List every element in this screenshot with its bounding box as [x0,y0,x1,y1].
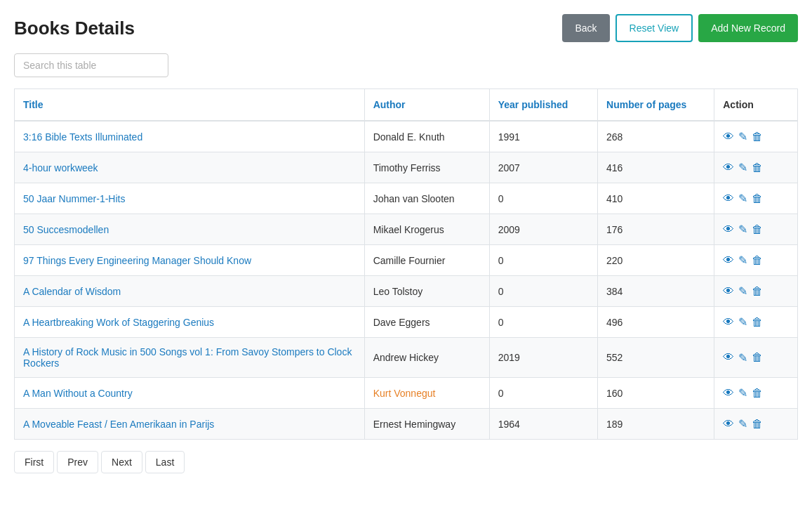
edit-icon[interactable]: ✎ [738,351,747,365]
action-icons: 👁✎🗑 [723,161,789,174]
cell-action: 👁✎🗑 [714,276,798,307]
title-link[interactable]: 97 Things Every Engineering Manager Shou… [23,255,251,266]
view-icon[interactable]: 👁 [723,131,734,143]
cell-year: 2009 [489,214,597,245]
view-icon[interactable]: 👁 [723,418,734,431]
view-icon[interactable]: 👁 [723,223,734,236]
cell-pages: 176 [598,214,714,245]
search-input[interactable] [14,53,168,77]
cell-year: 0 [489,378,597,409]
delete-icon[interactable]: 🗑 [752,223,763,236]
table-row: A History of Rock Music in 500 Songs vol… [15,338,798,378]
cell-pages: 416 [598,152,714,183]
title-link[interactable]: 50 Succesmodellen [23,224,109,235]
delete-icon[interactable]: 🗑 [752,316,763,329]
delete-icon[interactable]: 🗑 [752,387,763,400]
cell-author: Dave Eggers [364,307,489,338]
view-icon[interactable]: 👁 [723,254,734,267]
title-link[interactable]: 50 Jaar Nummer-1-Hits [23,193,125,204]
action-icons: 👁✎🗑 [723,417,789,431]
cell-pages: 189 [598,409,714,440]
cell-author: Timothy Ferriss [364,152,489,183]
action-icons: 👁✎🗑 [723,351,789,365]
cell-title: A Calendar of Wisdom [15,276,365,307]
cell-action: 👁✎🗑 [714,152,798,183]
delete-icon[interactable]: 🗑 [752,192,763,205]
action-icons: 👁✎🗑 [723,254,789,267]
cell-author: Mikael Krogerus [364,214,489,245]
cell-year: 2007 [489,152,597,183]
cell-title: 50 Jaar Nummer-1-Hits [15,183,365,214]
edit-icon[interactable]: ✎ [738,386,747,400]
column-header-pages: Number of pages [598,89,714,122]
title-link[interactable]: A Man Without a Country [23,388,133,399]
action-icons: 👁✎🗑 [723,192,789,205]
view-icon[interactable]: 👁 [723,316,734,329]
title-link[interactable]: 3:16 Bible Texts Illuminated [23,131,142,143]
delete-icon[interactable]: 🗑 [752,162,763,174]
edit-icon[interactable]: ✎ [738,315,747,329]
view-icon[interactable]: 👁 [723,285,734,298]
delete-icon[interactable]: 🗑 [752,285,763,298]
edit-icon[interactable]: ✎ [738,161,747,174]
action-icons: 👁✎🗑 [723,223,789,236]
cell-action: 👁✎🗑 [714,378,798,409]
cell-pages: 496 [598,307,714,338]
edit-icon[interactable]: ✎ [738,254,747,267]
cell-title: A Heartbreaking Work of Staggering Geniu… [15,307,365,338]
books-table: Title Author Year published Number of pa… [14,88,798,440]
table-row: A Man Without a CountryKurt Vonnegut0160… [15,378,798,409]
view-icon[interactable]: 👁 [723,192,734,205]
back-button[interactable]: Back [562,14,609,42]
table-row: 50 SuccesmodellenMikael Krogerus2009176👁… [15,214,798,245]
add-new-record-button[interactable]: Add New Record [698,14,798,42]
reset-view-button[interactable]: Reset View [615,14,693,42]
cell-author: Andrew Hickey [364,338,489,378]
edit-icon[interactable]: ✎ [738,130,747,143]
delete-icon[interactable]: 🗑 [752,131,763,143]
view-icon[interactable]: 👁 [723,387,734,400]
title-link[interactable]: A Heartbreaking Work of Staggering Geniu… [23,317,214,328]
column-header-author: Author [364,89,489,122]
cell-title: 50 Succesmodellen [15,214,365,245]
cell-author: Kurt Vonnegut [364,378,489,409]
edit-icon[interactable]: ✎ [738,284,747,298]
edit-icon[interactable]: ✎ [738,417,747,431]
title-link[interactable]: A Calendar of Wisdom [23,286,121,297]
view-icon[interactable]: 👁 [723,162,734,174]
cell-pages: 410 [598,183,714,214]
cell-author: Camille Fournier [364,245,489,276]
cell-pages: 552 [598,338,714,378]
delete-icon[interactable]: 🗑 [752,254,763,267]
cell-year: 1964 [489,409,597,440]
title-link[interactable]: A History of Rock Music in 500 Songs vol… [23,346,352,369]
next-page-button[interactable]: Next [101,451,142,473]
delete-icon[interactable]: 🗑 [752,418,763,431]
edit-icon[interactable]: ✎ [738,223,747,236]
cell-title: 97 Things Every Engineering Manager Shou… [15,245,365,276]
cell-pages: 220 [598,245,714,276]
first-page-button[interactable]: First [14,451,54,473]
cell-action: 👁✎🗑 [714,214,798,245]
cell-action: 👁✎🗑 [714,245,798,276]
column-header-year: Year published [489,89,597,122]
last-page-button[interactable]: Last [145,451,185,473]
title-link[interactable]: A Moveable Feast / Een Amerikaan in Pari… [23,419,214,430]
cell-title: 3:16 Bible Texts Illuminated [15,121,365,152]
delete-icon[interactable]: 🗑 [752,351,763,364]
pagination: First Prev Next Last [14,451,798,473]
cell-year: 1991 [489,121,597,152]
cell-author: Johan van Slooten [364,183,489,214]
action-icons: 👁✎🗑 [723,284,789,298]
header-buttons: Back Reset View Add New Record [562,14,798,42]
cell-author: Ernest Hemingway [364,409,489,440]
page-title: Books Details [14,18,135,39]
title-link[interactable]: 4-hour workweek [23,162,98,173]
cell-year: 0 [489,245,597,276]
prev-page-button[interactable]: Prev [57,451,98,473]
author-link[interactable]: Kurt Vonnegut [373,388,436,399]
view-icon[interactable]: 👁 [723,351,734,364]
table-header-row: Title Author Year published Number of pa… [15,89,798,122]
edit-icon[interactable]: ✎ [738,192,747,205]
cell-action: 👁✎🗑 [714,338,798,378]
